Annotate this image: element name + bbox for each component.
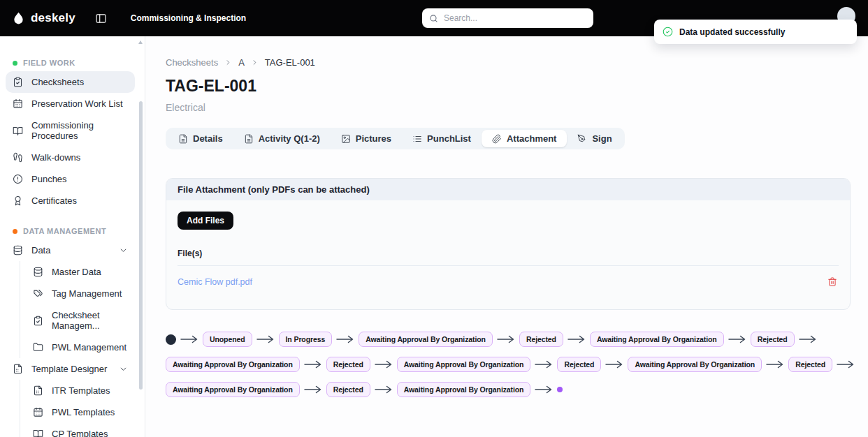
section-label: DATA MANAGEMENT <box>23 227 106 235</box>
file-link[interactable]: Cemic Flow pdf.pdf <box>178 277 252 287</box>
list-icon <box>412 134 422 144</box>
arrow-right-icon <box>766 360 784 369</box>
page-title: TAG-EL-001 <box>166 77 850 96</box>
data-subtree: Master Data Tag Management Checksheet Ma… <box>20 261 135 358</box>
status-badge: Rejected <box>788 357 832 372</box>
sidebar-item-preservation-work-list[interactable]: Preservation Work List <box>6 93 135 114</box>
sidebar-item-label: ITR Templates <box>52 385 110 396</box>
sidebar-item-label: Punches <box>31 174 67 184</box>
template-designer-subtree: ITR Templates PWL Templates CP Templates <box>20 380 135 437</box>
orange-dot-icon <box>13 229 17 234</box>
arrow-right-icon <box>605 360 623 369</box>
status-badge: Awaiting Approval By Organization <box>166 382 300 397</box>
workflow-row-1: Unopened In Progress Awaiting Approval B… <box>166 332 858 347</box>
arrow-right-icon <box>304 360 322 369</box>
tab-punchlist[interactable]: PunchList <box>402 130 482 147</box>
tab-sign[interactable]: Sign <box>567 130 622 147</box>
sidebar-item-tag-management[interactable]: Tag Management <box>27 283 135 304</box>
paperclip-icon <box>492 134 502 144</box>
breadcrumb-a[interactable]: A <box>238 57 245 68</box>
deskely-drop-icon <box>11 11 26 26</box>
sidebar-item-label: Certificates <box>31 195 77 206</box>
arrow-right-icon <box>799 335 817 343</box>
book-open-icon <box>13 126 23 136</box>
tab-activity[interactable]: Activity Q(1-2) <box>233 130 331 147</box>
sidebar-item-label: Master Data <box>52 267 101 277</box>
sidebar-item-commissioning-procedures[interactable]: Commissioning Procedures <box>6 114 135 147</box>
page-subtitle: Electrical <box>166 102 850 113</box>
image-icon <box>341 134 351 144</box>
green-dot-icon <box>13 61 17 66</box>
arrow-right-icon <box>837 360 855 369</box>
calendar-icon <box>13 98 23 109</box>
sidebar-item-label: Data <box>31 245 50 255</box>
sidebar: FIELD WORK Checksheets Preservation Work… <box>0 36 145 437</box>
sidebar-item-itr-templates[interactable]: ITR Templates <box>27 380 135 401</box>
status-badge: Rejected <box>519 332 563 347</box>
search-icon <box>429 14 438 23</box>
file-template-icon <box>13 364 23 374</box>
arrow-right-icon <box>375 385 393 394</box>
tab-details[interactable]: Details <box>168 130 233 147</box>
scrollbar-thumb[interactable] <box>139 101 143 390</box>
tab-label: Activity Q(1-2) <box>259 133 320 144</box>
sidebar-item-label: Tag Management <box>52 288 122 299</box>
brand-logo[interactable]: deskely <box>11 11 75 26</box>
workflow-row-3: Awaiting Approval By Organization Reject… <box>166 382 858 397</box>
sidebar-item-master-data[interactable]: Master Data <box>27 261 135 283</box>
delete-file-icon[interactable] <box>827 276 837 287</box>
award-icon <box>13 195 23 206</box>
status-badge: Awaiting Approval By Organization <box>628 357 762 372</box>
sidebar-section-field-work: FIELD WORK <box>6 54 135 71</box>
sidebar-item-punches[interactable]: Punches <box>6 168 135 190</box>
add-files-button[interactable]: Add Files <box>178 212 233 230</box>
sidebar-item-label: Preservation Work List <box>31 98 123 109</box>
sidebar-item-label: Checksheets <box>31 77 84 87</box>
status-badge: Rejected <box>557 357 601 372</box>
breadcrumb-checksheets[interactable]: Checksheets <box>166 57 218 68</box>
app-window: deskely Commissioning & Inspection Data … <box>0 0 868 437</box>
sidebar-section-data-management: DATA MANAGEMENT <box>6 223 135 239</box>
sidebar-scrollbar[interactable] <box>138 36 144 437</box>
tab-attachment[interactable]: Attachment <box>482 130 567 147</box>
status-badge: In Progress <box>279 332 333 347</box>
file-attachment-card: File Attachment (only PDFs can be attach… <box>166 178 851 310</box>
sidebar-toggle-button[interactable] <box>95 13 107 24</box>
workflow-diagram: Unopened In Progress Awaiting Approval B… <box>166 332 858 397</box>
arrow-right-icon <box>304 385 322 394</box>
sidebar-item-walk-downs[interactable]: Walk-downs <box>6 147 135 168</box>
app-title: Commissioning & Inspection <box>131 13 246 23</box>
sidebar-item-certificates[interactable]: Certificates <box>6 190 135 212</box>
clipboard-check-icon <box>33 316 43 326</box>
search-input[interactable] <box>444 13 586 23</box>
chevron-right-icon <box>224 59 232 66</box>
sidebar-item-label: PWL Templates <box>52 407 115 417</box>
database-icon <box>13 245 23 255</box>
tab-label: Details <box>193 133 223 144</box>
sidebar-item-label: CP Templates <box>52 429 108 437</box>
main-content: Checksheets A TAG-EL-001 TAG-EL-001 Elec… <box>146 36 868 437</box>
panel-left-icon <box>95 13 107 24</box>
clipboard-check-icon <box>13 77 23 87</box>
card-body: Add Files File(s) Cemic Flow pdf.pdf <box>166 200 850 309</box>
tab-pictures[interactable]: Pictures <box>331 130 402 147</box>
files-label: File(s) <box>178 249 839 258</box>
arrow-right-icon <box>375 360 393 369</box>
sidebar-item-checksheets[interactable]: Checksheets <box>6 71 135 93</box>
sidebar-item-pwl-management[interactable]: PWL Management <box>27 336 135 358</box>
tab-label: Sign <box>592 133 612 144</box>
workflow-end-node-icon <box>557 387 563 392</box>
sidebar-item-label: Commissioning Procedures <box>31 120 128 141</box>
status-badge: Awaiting Approval By Organization <box>166 357 300 372</box>
book-open-icon <box>33 429 43 437</box>
sidebar-item-template-designer[interactable]: Template Designer <box>6 358 135 380</box>
sidebar-item-pwl-templates[interactable]: PWL Templates <box>27 401 135 423</box>
sidebar-item-cp-templates[interactable]: CP Templates <box>27 423 135 437</box>
sidebar-item-data[interactable]: Data <box>6 239 135 261</box>
search-box[interactable] <box>422 8 593 28</box>
sidebar-item-checksheet-management[interactable]: Checksheet Managem... <box>27 304 135 336</box>
scroll-up-arrow-icon[interactable] <box>138 40 143 44</box>
file-text-icon <box>178 134 188 144</box>
status-badge: Rejected <box>751 332 795 347</box>
status-badge: Awaiting Approval By Organization <box>590 332 724 347</box>
